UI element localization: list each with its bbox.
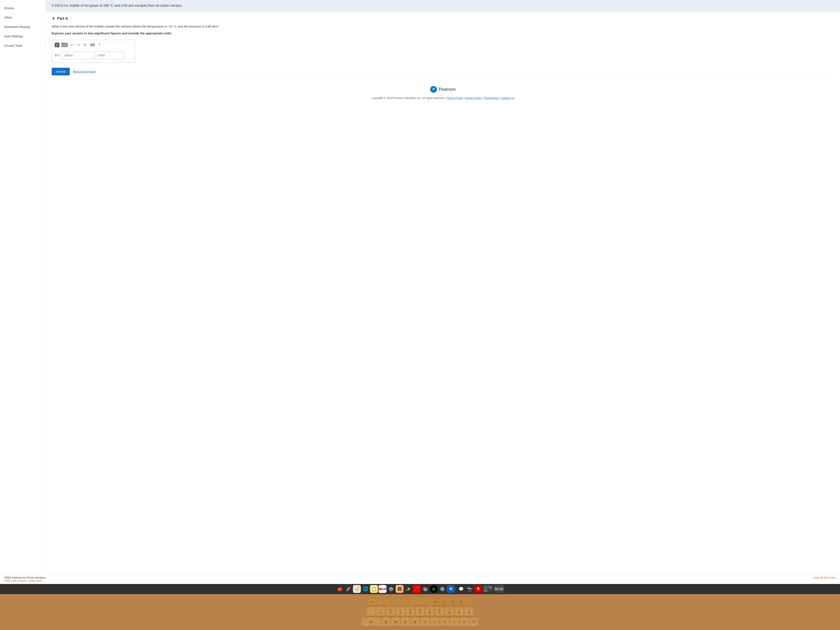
f2-key[interactable]: ☀F2	[388, 599, 396, 606]
f3-key[interactable]: ⊟F3	[396, 599, 404, 606]
privacy-policy-link[interactable]: Privacy Policy	[465, 96, 482, 99]
dock-desktop1[interactable]	[483, 585, 493, 593]
answer-input-row: V =	[55, 52, 132, 59]
question-context-text: A 150.0-mL bubble of hot gases at 209 °C…	[52, 4, 183, 7]
redo-button[interactable]: ↪	[76, 43, 81, 47]
permissions-link[interactable]: Permissions	[484, 96, 499, 99]
5-key[interactable]: %5	[415, 607, 425, 616]
sidebar-item-scores[interactable]: Scores	[0, 3, 46, 13]
sidebar-item-user-settings[interactable]: User Settings	[0, 32, 46, 41]
format-button[interactable]: ⊞	[55, 43, 59, 47]
dock-sparkle[interactable]: ✨	[404, 585, 412, 593]
dock-desktop2[interactable]	[494, 585, 504, 593]
number-key-row: ~` !1 @2 #3 $4 %5 ^6 &7 *8 (9 )0	[4, 607, 836, 616]
request-answer-button[interactable]: Request Answer	[73, 70, 96, 73]
esc-key[interactable]: esc	[366, 599, 378, 606]
part-triangle-icon: ▼	[52, 16, 55, 21]
4-key[interactable]: $4	[406, 607, 415, 616]
answer-box: ⊞ μÅ ↩ ↪ ↻ ⌨ ? V =	[52, 40, 135, 63]
2-key[interactable]: @2	[386, 607, 395, 616]
value-input[interactable]	[62, 52, 95, 59]
dock-notes[interactable]: 📋	[370, 585, 378, 593]
question-text: What is the new volume of the bubble out…	[52, 24, 834, 29]
part-label: ▼ Part A	[52, 16, 834, 21]
dock-word[interactable]: W	[447, 585, 455, 593]
dock-firetask[interactable]: ℏ	[474, 585, 482, 593]
3-key[interactable]: #3	[396, 607, 405, 616]
f9-key[interactable]: ▶▶F9	[449, 599, 457, 606]
help-button[interactable]: ?	[98, 43, 101, 47]
0-key[interactable]: )0	[464, 607, 473, 616]
shopping-strip: FREE Delivery for Prime members Only 2 l…	[0, 574, 840, 584]
answer-toolbar: ⊞ μÅ ↩ ↪ ↻ ⌨ ?	[55, 43, 132, 49]
f6-key[interactable]: ··F6	[423, 599, 431, 606]
action-buttons: Submit Request Answer	[52, 68, 834, 76]
t-key[interactable]: T	[421, 617, 429, 627]
dock-calendar[interactable]: OCT 28	[379, 585, 387, 593]
part-section: ▼ Part A What is the new volume of the b…	[46, 11, 840, 110]
dock-separator	[456, 587, 456, 593]
contact-us-link[interactable]: Contact Us	[501, 96, 514, 99]
f11-key[interactable]: 🔈F11	[466, 599, 474, 606]
dock-activity[interactable]: A	[430, 585, 438, 593]
refresh-button[interactable]: ↻	[83, 43, 87, 47]
chevron-right-icon: ›	[41, 44, 41, 47]
f5-key[interactable]: ·· F5	[414, 599, 422, 606]
6-key[interactable]: ^6	[425, 607, 434, 616]
part-label-text: Part A	[57, 16, 68, 21]
i-key[interactable]: I	[450, 617, 459, 627]
r-key[interactable]: R	[411, 617, 420, 627]
dock-launchpad[interactable]: 🚀	[344, 585, 352, 593]
letter-row: tab Q W E R T Y U I O P	[4, 617, 836, 627]
f8-key[interactable]: ▶‖F8	[440, 599, 448, 606]
submit-button[interactable]: Submit	[52, 68, 70, 76]
1-key[interactable]: !1	[376, 607, 385, 616]
units-input[interactable]	[95, 52, 124, 59]
undo-button[interactable]: ↩	[70, 43, 74, 47]
pearson-name: Pearson	[439, 87, 456, 92]
format-icon: ⊞	[56, 44, 58, 46]
backtick-key[interactable]: ~`	[367, 607, 376, 616]
dock-camera[interactable]: 📷	[466, 585, 474, 593]
screen: Scores eText Document Sharing User Setti…	[0, 0, 840, 594]
f1-key[interactable]: ☀F1	[379, 599, 387, 606]
o-key[interactable]: O	[460, 617, 469, 627]
9-key[interactable]: (9	[455, 607, 464, 616]
shopping-right: Only 10 left in stoc	[813, 576, 836, 582]
f10-key[interactable]: 🔇F10	[458, 599, 466, 606]
mu-button[interactable]: μÅ	[62, 43, 68, 47]
dock: 🍎 🚀 🧭 🌐 📋 OCT 28 ⚙️ 🖼 ✨ 🎵 📚 A ⚙️ W 💬 📷 ℏ	[0, 584, 840, 594]
q-key[interactable]: Q	[382, 617, 390, 627]
keyboard-button[interactable]: ⌨	[89, 43, 96, 47]
sidebar: Scores eText Document Sharing User Setti…	[0, 0, 46, 574]
sidebar-item-etext[interactable]: eText	[0, 13, 46, 22]
dock-chrome[interactable]: 🌐	[362, 585, 369, 593]
pearson-circle-icon: P	[430, 86, 437, 93]
dock-photos[interactable]: 🖼	[396, 585, 404, 593]
p-key[interactable]: P	[470, 617, 478, 627]
terms-of-use-link[interactable]: Terms of Use	[447, 96, 463, 99]
sidebar-item-document-sharing[interactable]: Document Sharing	[0, 22, 46, 32]
dock-messages[interactable]: 💬	[457, 585, 465, 593]
dock-settings[interactable]: ⚙️	[438, 585, 446, 593]
dock-music[interactable]: 🎵	[413, 585, 421, 593]
u-key[interactable]: U	[440, 617, 449, 627]
e-key[interactable]: E	[401, 617, 410, 627]
dock-books[interactable]: 📚	[421, 585, 429, 593]
sidebar-item-course-tools[interactable]: Course Tools ›	[0, 41, 46, 50]
7-key[interactable]: &7	[435, 607, 444, 616]
dock-safari[interactable]: 🧭	[353, 585, 361, 593]
dock-finder[interactable]: 🍎	[336, 585, 344, 593]
question-context-bar: A 150.0-mL bubble of hot gases at 209 °C…	[46, 0, 840, 11]
fn-key-row: esc ☀F1 ☀F2 ⊟F3 ⊞F4 ·· F5 ··F6 ◀◀F7 ▶‖F8…	[4, 599, 836, 606]
tab-key[interactable]: tab	[362, 617, 381, 627]
content-area: A 150.0-mL bubble of hot gases at 209 °C…	[46, 0, 840, 574]
f7-key[interactable]: ◀◀F7	[431, 599, 439, 606]
w-key[interactable]: W	[391, 617, 400, 627]
stock-warning-left: Only 2 left in stock - order soon.	[4, 579, 46, 582]
pearson-logo: P Pearson	[57, 86, 828, 93]
8-key[interactable]: *8	[445, 607, 454, 616]
y-key[interactable]: Y	[430, 617, 439, 627]
dock-finder2[interactable]: ⚙️	[387, 585, 395, 593]
f4-key[interactable]: ⊞F4	[405, 599, 413, 606]
